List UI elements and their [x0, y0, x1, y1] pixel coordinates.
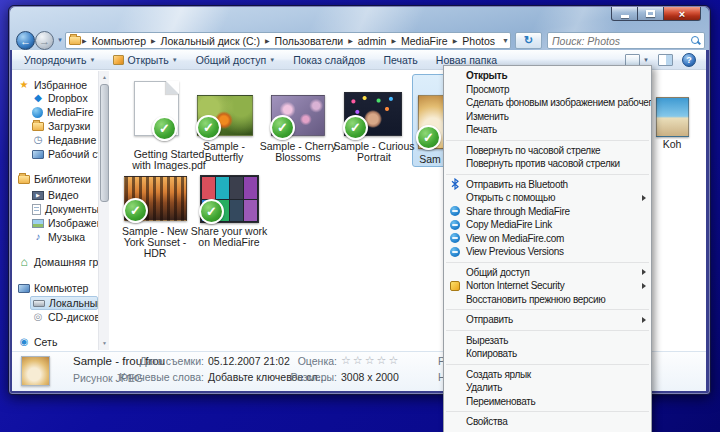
- toolbar-button-organize[interactable]: Упорядочить▼: [24, 54, 95, 66]
- menu-item-copy-mediafire-link[interactable]: Copy MediaFire Link: [444, 218, 651, 232]
- menu-item-send-to[interactable]: Отправить: [444, 313, 651, 327]
- sidebar-item-videos[interactable]: ▶Видео: [32, 188, 79, 202]
- menu-item-properties[interactable]: Свойства: [444, 415, 651, 429]
- sidebar-item-desktop[interactable]: Рабочий стол: [32, 147, 98, 161]
- breadcrumb-arrow-icon[interactable]: ▶: [264, 37, 271, 44]
- sync-check-icon: ✓: [123, 198, 148, 223]
- toolbar-button-new-folder[interactable]: Новая папка: [436, 54, 497, 66]
- sidebar-group-libraries[interactable]: Библиотеки: [18, 172, 91, 186]
- sidebar-group-homegroup[interactable]: ⌂Домашняя группа: [18, 255, 98, 269]
- recent-places-icon: ◷: [32, 134, 44, 146]
- selected-file-thumbnail: [21, 356, 50, 386]
- libraries-icon: [18, 175, 30, 184]
- file-label[interactable]: Sample - CuriousPortrait: [328, 141, 420, 163]
- image-icon: [113, 55, 124, 65]
- sidebar-group-computer[interactable]: Компьютер: [18, 281, 88, 295]
- scroll-down-icon[interactable]: ▼: [99, 338, 110, 349]
- breadcrumb-users[interactable]: Пользователи: [271, 35, 348, 47]
- search-input[interactable]: [552, 35, 691, 47]
- breadcrumb-arrow-icon[interactable]: ▶: [347, 37, 354, 44]
- breadcrumb-admin[interactable]: admin: [354, 35, 391, 47]
- toolbar-button-slideshow[interactable]: Показ слайдов: [293, 54, 365, 66]
- menu-item-send-to-bluetooth[interactable]: Отправить на Bluetooth: [444, 178, 651, 192]
- computer-icon: [18, 284, 30, 293]
- toolbar-button-share[interactable]: Общий доступ▼: [196, 54, 276, 66]
- menu-item-rotate-counterclockwise[interactable]: Повернуть против часовой стрелки: [444, 157, 651, 171]
- koh-beach-thumbnail[interactable]: [656, 97, 689, 137]
- menu-item-preview[interactable]: Просмотр: [444, 83, 651, 97]
- sidebar-item-recent-places[interactable]: ◷Недавние места: [32, 133, 98, 147]
- sidebar-group-favorites[interactable]: ★Избранное: [18, 78, 87, 92]
- address-dropdown-icon[interactable]: ▼: [499, 37, 511, 44]
- menu-item-view-on-mediafire[interactable]: View on MediaFire.com: [444, 232, 651, 246]
- forward-button[interactable]: →: [35, 31, 54, 50]
- mediafire-icon: [448, 246, 461, 257]
- menu-item-cut[interactable]: Вырезать: [444, 334, 651, 348]
- file-label[interactable]: Koh: [649, 139, 695, 150]
- sidebar-item-mediafire[interactable]: MediaFire: [32, 105, 94, 119]
- minimize-button[interactable]: [611, 7, 638, 21]
- breadcrumb-computer[interactable]: Компьютер: [88, 35, 150, 47]
- sidebar-group-network[interactable]: ◉Сеть: [18, 335, 57, 349]
- dropbox-icon: ◆: [32, 92, 44, 104]
- menu-item-share-through-mediafire[interactable]: Share through MediaFire: [444, 205, 651, 219]
- address-bar[interactable]: ▶ Компьютер ▶ Локальный диск (C:) ▶ Поль…: [65, 32, 511, 49]
- menu-separator: [446, 330, 649, 331]
- breadcrumb-local-disk[interactable]: Локальный диск (C:): [157, 35, 264, 47]
- breadcrumb-arrow-icon[interactable]: ▶: [452, 37, 459, 44]
- search-box[interactable]: [547, 32, 705, 49]
- menu-item-norton-internet-security[interactable]: Norton Internet Security: [444, 279, 651, 293]
- title-bar[interactable]: × ← → ▼ ▶ Компьютер ▶ Локальный диск (C:…: [10, 7, 709, 50]
- close-button[interactable]: ×: [664, 7, 701, 21]
- scrollbar-thumb[interactable]: [100, 84, 109, 202]
- breadcrumb-mediafire[interactable]: MediaFire: [397, 35, 452, 47]
- menu-separator: [446, 309, 649, 310]
- menu-item-restore-previous-version[interactable]: Восстановить прежнюю версию: [444, 293, 651, 307]
- menu-item-open[interactable]: Открыть: [444, 69, 651, 83]
- breadcrumb-arrow-icon[interactable]: ▶: [390, 37, 397, 44]
- menu-item-set-as-desktop-background[interactable]: Сделать фоновым изображением рабочего ст…: [444, 96, 651, 110]
- menu-item-share-with[interactable]: Общий доступ: [444, 266, 651, 280]
- menu-item-view-previous-versions[interactable]: View Previous Versions: [444, 245, 651, 259]
- cd-drive-icon: ◎: [32, 311, 44, 323]
- sidebar-item-dropbox[interactable]: ◆Dropbox: [32, 91, 88, 105]
- sidebar-item-downloads[interactable]: Загрузки: [32, 119, 90, 133]
- breadcrumb-arrow-icon[interactable]: ▶: [81, 37, 88, 44]
- rating-stars[interactable]: ☆☆☆☆☆: [341, 354, 400, 367]
- date-taken-value: 05.12.2007 21:02: [208, 355, 290, 367]
- menu-separator: [446, 364, 649, 365]
- sidebar-item-music[interactable]: ♪Музыка: [32, 230, 85, 244]
- sidebar-item-documents[interactable]: Документы: [32, 202, 98, 216]
- menu-item-delete[interactable]: Удалить: [444, 381, 651, 395]
- recent-pages-chevron-icon[interactable]: ▼: [57, 37, 63, 43]
- scroll-up-icon[interactable]: ▲: [99, 72, 110, 83]
- music-icon: ♪: [32, 231, 44, 243]
- sidebar-item-local-disk[interactable]: Локальный диск: [30, 296, 98, 310]
- toolbar-button-open[interactable]: Открыть▼: [113, 54, 177, 66]
- submenu-arrow-icon: [642, 269, 646, 275]
- help-button[interactable]: ?: [682, 53, 696, 67]
- maximize-button[interactable]: [638, 7, 664, 21]
- search-icon[interactable]: [691, 36, 700, 45]
- menu-item-open-with[interactable]: Открыть с помощью: [444, 191, 651, 205]
- sidebar-item-pictures[interactable]: Изображения: [32, 216, 98, 230]
- toolbar-button-print[interactable]: Печать: [383, 54, 417, 66]
- breadcrumb-arrow-icon[interactable]: ▶: [150, 37, 157, 44]
- menu-item-create-shortcut[interactable]: Создать ярлык: [444, 368, 651, 382]
- menu-item-rename[interactable]: Переименовать: [444, 395, 651, 409]
- submenu-arrow-icon: [642, 317, 646, 323]
- menu-item-rotate-clockwise[interactable]: Повернуть по часовой стрелке: [444, 144, 651, 158]
- refresh-button[interactable]: ↻: [515, 32, 542, 49]
- menu-item-copy[interactable]: Копировать: [444, 347, 651, 361]
- sidebar-item-cd-drive[interactable]: ◎CD-дисковод (E:: [32, 310, 98, 324]
- breadcrumb-photos[interactable]: Photos: [458, 35, 499, 47]
- downloads-folder-icon: [32, 122, 44, 131]
- menu-item-print[interactable]: Печать: [444, 123, 651, 137]
- file-label[interactable]: Share your workon MediaFire: [181, 226, 277, 248]
- sidebar-scrollbar[interactable]: ▲ ▼: [98, 71, 109, 350]
- menu-item-edit[interactable]: Изменить: [444, 110, 651, 124]
- sync-check-icon: ✓: [343, 115, 368, 140]
- back-button[interactable]: ←: [16, 31, 35, 50]
- pictures-icon: [32, 219, 44, 228]
- preview-pane-button[interactable]: [658, 54, 673, 66]
